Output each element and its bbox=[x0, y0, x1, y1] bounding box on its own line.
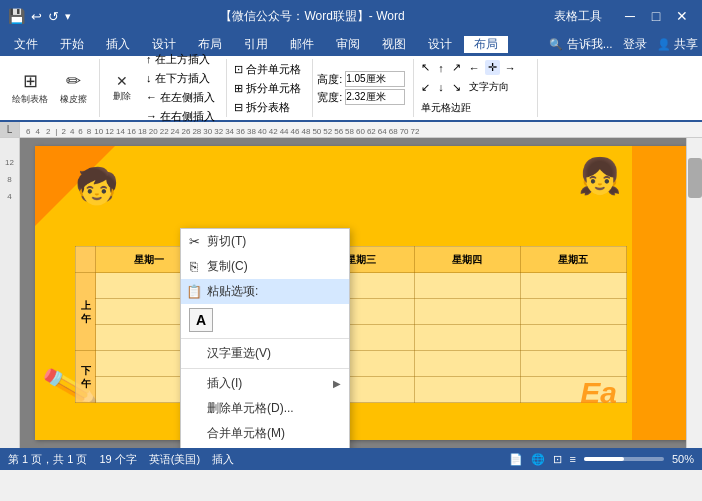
schedule-table: 星期一 星期二 星期三 星期四 星期五 上午 bbox=[75, 246, 627, 403]
text-dir-btn[interactable]: 文字方向 bbox=[466, 79, 512, 95]
cell-f2[interactable] bbox=[520, 299, 626, 325]
align-tc[interactable]: ↑ bbox=[435, 61, 447, 75]
tab-tlayout[interactable]: 布局 bbox=[464, 36, 508, 53]
tab-review[interactable]: 审阅 bbox=[326, 36, 370, 53]
merge-cells-btn[interactable]: ⊡ 合并单元格 bbox=[231, 61, 304, 78]
view-print-icon[interactable]: ⊡ bbox=[553, 453, 562, 466]
login-button[interactable]: 登录 bbox=[623, 36, 647, 53]
redo-icon[interactable]: ↺ bbox=[48, 9, 59, 24]
cell-f4[interactable] bbox=[520, 351, 626, 377]
ctx-chinese-reselect[interactable]: 汉字重选(V) bbox=[181, 341, 349, 366]
split-cells-btn[interactable]: ⊞ 拆分单元格 bbox=[231, 80, 304, 97]
ctx-cut[interactable]: ✂ 剪切(T) bbox=[181, 229, 349, 254]
split-table-btn[interactable]: ⊟ 拆分表格 bbox=[231, 99, 304, 116]
ruler-corner[interactable]: L bbox=[0, 122, 20, 137]
lang-info: 英语(美国) bbox=[149, 452, 200, 467]
view-normal-icon[interactable]: 📄 bbox=[509, 453, 523, 466]
paste-option-a[interactable]: A bbox=[189, 308, 213, 332]
ctx-merge-cells[interactable]: 合并单元格(M) bbox=[181, 421, 349, 446]
cell-th3[interactable] bbox=[414, 325, 520, 351]
cell-th4[interactable] bbox=[414, 351, 520, 377]
insert-group: ↑ 在上方插入 ↓ 在下方插入 ← 在左侧插入 → 在右侧插入 bbox=[143, 51, 218, 125]
tab-ref[interactable]: 引用 bbox=[234, 36, 278, 53]
ribbon-content: ⊞ 绘制表格 ✏ 橡皮擦 ✕ 删除 ↑ 在上方插入 ↓ 在下方插入 ← 在左侧插… bbox=[0, 56, 702, 122]
submenu-arrow: ▶ bbox=[333, 378, 341, 389]
row-height-input[interactable] bbox=[345, 71, 405, 87]
view-outline-icon[interactable]: ≡ bbox=[570, 453, 576, 465]
status-bar: 第 1 页，共 1 页 19 个字 英语(美国) 插入 📄 🌐 ⊡ ≡ 50% bbox=[0, 448, 702, 470]
status-right: 📄 🌐 ⊡ ≡ 50% bbox=[509, 453, 694, 466]
deco-char-right: 👧 bbox=[578, 156, 622, 197]
word-count: 19 个字 bbox=[99, 452, 136, 467]
align-br[interactable]: ↘ bbox=[449, 80, 464, 95]
tab-tdesign[interactable]: 设计 bbox=[418, 36, 462, 53]
ctx-paste-options: A bbox=[181, 304, 349, 336]
ctx-copy[interactable]: ⎘ 复制(C) bbox=[181, 254, 349, 279]
tab-view[interactable]: 视图 bbox=[372, 36, 416, 53]
document-area[interactable]: ✏️ 🧒 👧 星期一 星期二 星期三 星期四 星期五 bbox=[20, 138, 702, 448]
cell-th1[interactable] bbox=[414, 273, 520, 299]
zoom-level[interactable]: 50% bbox=[672, 453, 694, 465]
rows-cols-group: ✕ 删除 ↑ 在上方插入 ↓ 在下方插入 ← 在左侧插入 → 在右侧插入 bbox=[104, 59, 227, 117]
cell-f3[interactable] bbox=[520, 325, 626, 351]
maximize-button[interactable]: □ bbox=[644, 4, 668, 28]
page-info: 第 1 页，共 1 页 bbox=[8, 452, 87, 467]
ctx-delete-cell[interactable]: 删除单元格(D)... bbox=[181, 396, 349, 421]
tab-home[interactable]: 开始 bbox=[50, 36, 94, 53]
align-tl[interactable]: ↖ bbox=[418, 60, 433, 75]
insert-left-btn[interactable]: ← 在左侧插入 bbox=[143, 89, 218, 106]
align-mc[interactable]: ✛ bbox=[485, 60, 500, 75]
align-tr[interactable]: ↗ bbox=[449, 60, 464, 75]
draw-table-btn[interactable]: ⊞ 绘制表格 bbox=[8, 68, 52, 108]
ruler: L 6 4 2 | 2 4 6 8 10 12 14 16 18 20 22 2… bbox=[0, 122, 702, 138]
save-icon[interactable]: 💾 bbox=[8, 8, 25, 24]
vertical-ruler: 1284 bbox=[0, 138, 20, 448]
close-button[interactable]: ✕ bbox=[670, 4, 694, 28]
col-width-input[interactable] bbox=[345, 89, 405, 105]
table-row-am3 bbox=[76, 325, 627, 351]
share-button[interactable]: 👤 共享 bbox=[657, 36, 698, 53]
main-content: 1284 ✏️ 🧒 👧 星期一 bbox=[0, 138, 702, 448]
align-bl[interactable]: ↙ bbox=[418, 80, 433, 95]
zoom-slider[interactable] bbox=[584, 457, 664, 461]
insert-above-btn[interactable]: ↑ 在上方插入 bbox=[143, 51, 218, 68]
tab-insert[interactable]: 插入 bbox=[96, 36, 140, 53]
quick-access: 💾 ↩ ↺ ▾ bbox=[8, 8, 71, 24]
insert-below-btn[interactable]: ↓ 在下方插入 bbox=[143, 70, 218, 87]
paste-icon: 📋 bbox=[185, 284, 203, 299]
window-controls: ─ □ ✕ bbox=[618, 4, 694, 28]
vertical-scrollbar[interactable] bbox=[686, 138, 702, 448]
table-tools-label: 表格工具 bbox=[554, 8, 602, 25]
table-row-am2 bbox=[76, 299, 627, 325]
document-page: ✏️ 🧒 👧 星期一 星期二 星期三 星期四 星期五 bbox=[35, 146, 687, 440]
context-menu: ✂ 剪切(T) ⎘ 复制(C) 📋 粘贴选项: A 汉字重选(V) 插入(I) bbox=[180, 228, 350, 448]
view-web-icon[interactable]: 🌐 bbox=[531, 453, 545, 466]
del-btn[interactable]: ✕ 删除 bbox=[104, 71, 140, 105]
undo-icon[interactable]: ↩ bbox=[31, 9, 42, 24]
table-row-pm2 bbox=[76, 377, 627, 403]
scroll-thumb[interactable] bbox=[688, 158, 702, 198]
cell-margin-btn[interactable]: 单元格边距 bbox=[418, 100, 474, 116]
align-ml[interactable]: ← bbox=[466, 61, 483, 75]
cell-th5[interactable] bbox=[414, 377, 520, 403]
tab-design[interactable]: 设计 bbox=[142, 36, 186, 53]
align-bc[interactable]: ↓ bbox=[435, 80, 447, 94]
title-bar: 💾 ↩ ↺ ▾ 【微信公众号：Word联盟】- Word 表格工具 ─ □ ✕ bbox=[0, 0, 702, 32]
merge-group: ⊡ 合并单元格 ⊞ 拆分单元格 ⊟ 拆分表格 bbox=[231, 59, 313, 117]
cell-th2[interactable] bbox=[414, 299, 520, 325]
ctx-paste-label[interactable]: 📋 粘贴选项: bbox=[181, 279, 349, 304]
align-mr[interactable]: → bbox=[502, 61, 519, 75]
table-row-pm1: 下午 bbox=[76, 351, 627, 377]
eraser-btn[interactable]: ✏ 橡皮擦 bbox=[55, 68, 91, 108]
tab-layout[interactable]: 布局 bbox=[188, 36, 232, 53]
horizontal-ruler: 6 4 2 | 2 4 6 8 10 12 14 16 18 20 22 24 … bbox=[20, 122, 702, 137]
size-group: 高度: 宽度: bbox=[317, 59, 414, 117]
search-label[interactable]: 🔍 告诉我... bbox=[549, 36, 612, 53]
time-morning: 上午 bbox=[76, 273, 96, 351]
tab-file[interactable]: 文件 bbox=[4, 36, 48, 53]
tab-mail[interactable]: 邮件 bbox=[280, 36, 324, 53]
schedule-table-wrapper: 星期一 星期二 星期三 星期四 星期五 上午 bbox=[75, 246, 627, 380]
cell-f1[interactable] bbox=[520, 273, 626, 299]
ctx-insert[interactable]: 插入(I) ▶ bbox=[181, 371, 349, 396]
minimize-button[interactable]: ─ bbox=[618, 4, 642, 28]
